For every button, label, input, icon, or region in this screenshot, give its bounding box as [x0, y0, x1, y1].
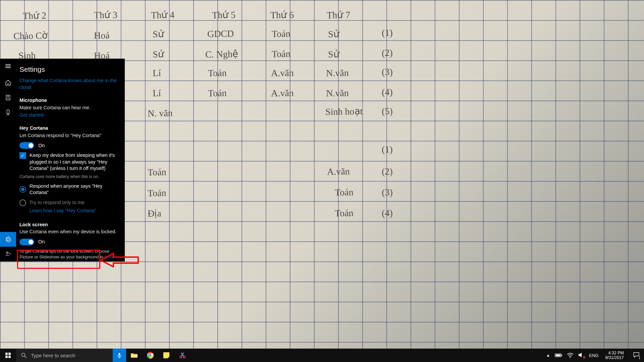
battery-hint: Cortana uses more battery when this is o…	[19, 174, 118, 180]
hw: Thứ 2	[23, 10, 47, 21]
hw: N.văn	[326, 67, 349, 78]
hw: (1)	[382, 27, 393, 39]
hw: Toán	[208, 68, 227, 79]
svg-point-22	[570, 357, 571, 358]
microphone-icon	[116, 352, 122, 358]
hw: Toán	[272, 28, 290, 40]
svg-rect-13	[119, 353, 120, 356]
language-indicator[interactable]: ENG	[589, 353, 598, 358]
svg-rect-4	[7, 115, 9, 115]
svg-point-11	[21, 353, 25, 356]
notebook-icon[interactable]	[0, 90, 16, 105]
respond-anyone-radio[interactable]	[19, 186, 26, 193]
hw: Sinh hoạt	[325, 106, 363, 117]
svg-point-16	[149, 354, 152, 357]
keep-awake-label: Keep my device from sleeping when it's p…	[30, 152, 118, 172]
settings-title: Settings	[19, 65, 118, 74]
annotation-highlight-box	[17, 250, 100, 269]
respond-anyone-label: Respond when anyone says "Hey Cortana"	[30, 183, 118, 196]
home-icon[interactable]	[0, 75, 16, 90]
wifi-icon[interactable]	[567, 352, 574, 358]
search-icon	[21, 352, 27, 358]
start-button[interactable]	[0, 349, 16, 362]
devices-icon[interactable]	[0, 105, 16, 120]
svg-rect-8	[8, 353, 11, 355]
hey-cortana-toggle[interactable]	[19, 142, 34, 149]
cloud-link[interactable]: Change what Cortana knows about me in th…	[19, 77, 118, 90]
hw: Thứ 5	[212, 9, 236, 20]
respond-me-radio[interactable]	[19, 199, 26, 206]
keep-awake-checkbox[interactable]: ✓	[19, 152, 26, 159]
hw: Toán	[148, 188, 166, 199]
feedback-icon[interactable]	[0, 247, 16, 261]
hw: (3)	[382, 187, 393, 198]
annotation-arrow-icon	[101, 252, 141, 268]
hw: Toán	[272, 49, 290, 60]
clock-date: 8/31/2017	[605, 355, 624, 360]
hw: Toán	[335, 187, 354, 198]
hw: N.văn	[326, 87, 349, 99]
learn-voice-link[interactable]: Learn how I say "Hey Cortana"	[30, 207, 118, 214]
svg-point-3	[8, 113, 8, 114]
hw: A.văn	[327, 166, 350, 177]
hey-cortana-heading: Hey Cortana	[19, 125, 118, 132]
action-center-button[interactable]: 1	[631, 352, 642, 359]
svg-marker-6	[101, 253, 138, 267]
settings-gear-icon[interactable]	[0, 232, 16, 247]
svg-rect-20	[556, 354, 560, 356]
hamburger-icon[interactable]	[0, 59, 16, 73]
hw: C. Nghệ	[205, 48, 238, 60]
sticky-notes-app[interactable]	[158, 349, 174, 362]
svg-rect-7	[5, 353, 8, 355]
hw: Hoá	[94, 30, 110, 41]
taskbar-search[interactable]: Type here to search	[16, 349, 113, 362]
search-placeholder: Type here to search	[31, 353, 75, 358]
hw: Thứ 6	[270, 9, 294, 20]
hw: Sử	[153, 49, 164, 60]
hw: Toán	[335, 208, 354, 219]
notification-badge: 1	[637, 356, 641, 360]
hw: Thứ 7	[327, 9, 351, 20]
lockscreen-heading: Lock screen	[19, 222, 118, 228]
snipping-tool-app[interactable]	[174, 349, 191, 362]
hw: GDCD	[207, 28, 234, 39]
hw: Lí	[153, 68, 161, 78]
hw: (4)	[382, 87, 393, 98]
file-explorer-app[interactable]	[126, 349, 142, 362]
hw: Sử	[153, 28, 164, 40]
hw: Địa	[148, 208, 161, 219]
svg-rect-21	[561, 355, 562, 356]
chrome-app[interactable]	[142, 349, 158, 362]
hw: Toán	[148, 167, 166, 178]
hw: Lí	[153, 88, 161, 99]
volume-icon[interactable]: ✕	[578, 352, 584, 359]
microphone-text: Make sure Cortana can hear me.	[19, 105, 118, 111]
hw: Sử	[328, 28, 339, 40]
cortana-mic-button[interactable]	[113, 349, 126, 362]
svg-rect-10	[8, 356, 11, 358]
svg-point-1	[7, 96, 9, 97]
hw: (3)	[382, 67, 393, 78]
get-started-link[interactable]: Get started	[19, 112, 118, 119]
hey-cortana-toggle-label: On	[38, 142, 45, 149]
hw: Thứ 3	[94, 9, 118, 20]
hw: (1)	[382, 144, 393, 155]
taskbar-clock[interactable]: 4:32 PM 8/31/2017	[603, 351, 626, 360]
hey-cortana-text: Let Cortana respond to "Hey Cortana"	[19, 132, 118, 139]
cortana-body: Settings Change what Cortana knows about…	[16, 59, 125, 261]
cortana-side-rail	[0, 59, 16, 261]
svg-rect-9	[5, 356, 8, 358]
hw: Sử	[328, 49, 339, 60]
hw: A.văn	[271, 67, 294, 78]
hw: (4)	[382, 208, 393, 219]
svg-point-5	[6, 252, 8, 253]
tray-chevron-up-icon[interactable]: ▲	[546, 353, 550, 358]
hw: (2)	[382, 48, 393, 59]
battery-icon[interactable]	[555, 352, 562, 358]
lockscreen-text: Use Cortana even when my device is locke…	[19, 229, 118, 235]
taskbar: Type here to search ▲ ✕ ENG 4:32 PM 8/31…	[0, 349, 644, 362]
lockscreen-toggle-label: On	[38, 239, 45, 245]
hw: Thứ 4	[151, 9, 175, 20]
lockscreen-toggle[interactable]	[19, 239, 34, 245]
hw: Chào Cờ	[13, 30, 48, 42]
